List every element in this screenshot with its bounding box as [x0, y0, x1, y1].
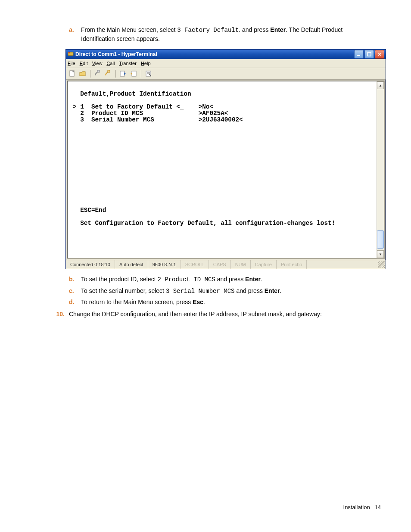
page-footer: Installation 14: [343, 504, 381, 510]
close-button[interactable]: [375, 50, 384, 59]
svg-rect-11: [147, 73, 150, 74]
status-capture: Capture: [251, 260, 277, 269]
send-icon[interactable]: [119, 70, 127, 78]
step-c: c. To set the serial number, select 3 Se…: [69, 287, 377, 296]
menu-help[interactable]: Help: [141, 61, 151, 66]
footer-label: Installation: [343, 504, 370, 510]
step-c-marker: c.: [69, 287, 81, 296]
step-10-number: 10.: [51, 310, 69, 319]
scrollbar[interactable]: ▲ ▼: [377, 81, 384, 258]
step-10-text: Change the DHCP configuration, and then …: [69, 310, 377, 319]
connect-icon[interactable]: [94, 70, 102, 78]
window-titlebar: Direct to Comm1 - HyperTerminal: [66, 50, 386, 59]
status-bar: Connected 0:18:10 Auto detect 9600 8-N-1…: [66, 260, 386, 269]
svg-rect-5: [97, 70, 100, 72]
svg-rect-7: [120, 71, 125, 76]
svg-point-1: [68, 52, 70, 53]
receive-icon[interactable]: [130, 70, 137, 78]
scroll-up-button[interactable]: ▲: [377, 81, 384, 89]
menu-transfer[interactable]: Transfer: [119, 61, 137, 66]
menu-file[interactable]: File: [68, 61, 75, 66]
menu-edit[interactable]: Edit: [80, 61, 88, 66]
menu-view[interactable]: View: [92, 61, 103, 66]
toolbar: [66, 68, 386, 80]
status-scroll: SCROLL: [181, 260, 209, 269]
status-num: NUM: [231, 260, 251, 269]
svg-rect-2: [357, 55, 360, 56]
scroll-thumb[interactable]: [377, 230, 384, 249]
disconnect-icon[interactable]: [104, 70, 112, 78]
menu-call[interactable]: Call: [106, 61, 115, 66]
minimize-button[interactable]: [354, 50, 364, 59]
step-b-text: To set the product ID, select 2 Product …: [81, 275, 377, 284]
hyperterminal-window: Direct to Comm1 - HyperTerminal File: [65, 49, 386, 269]
open-icon[interactable]: [79, 70, 87, 78]
status-autodetect: Auto detect: [115, 260, 148, 269]
step-b: b. To set the product ID, select 2 Produ…: [69, 275, 377, 284]
terminal-area: Default,Product Identification > 1 Set t…: [67, 81, 385, 259]
step-a: a. From the Main Menu screen, select 3 F…: [69, 26, 377, 43]
status-baud: 9600 8-N-1: [148, 260, 181, 269]
step-a-text: From the Main Menu screen, select 3 Fact…: [81, 26, 377, 43]
properties-icon[interactable]: [145, 70, 153, 78]
menu-bar: File Edit View Call Transfer Help: [66, 59, 386, 68]
status-caps: CAPS: [209, 260, 231, 269]
step-a-marker: a.: [69, 26, 81, 34]
scroll-down-button[interactable]: ▼: [377, 250, 384, 258]
footer-page: 14: [375, 504, 381, 510]
step-d-text: To return to the Main Menu screen, press…: [81, 298, 377, 307]
toolbar-separator: [141, 70, 141, 78]
scroll-track[interactable]: [377, 89, 384, 250]
step-b-marker: b.: [69, 275, 81, 284]
resize-grip-icon[interactable]: [378, 261, 385, 268]
toolbar-separator: [115, 70, 116, 78]
step-d-marker: d.: [69, 298, 81, 307]
step-c-text: To set the serial number, select 3 Seria…: [81, 287, 377, 296]
toolbar-separator: [90, 70, 90, 78]
step-10: 10. Change the DHCP configuration, and t…: [51, 310, 377, 319]
svg-rect-8: [132, 71, 136, 76]
step-d: d. To return to the Main Menu screen, pr…: [69, 298, 377, 307]
status-connected: Connected 0:18:10: [66, 260, 115, 269]
svg-rect-10: [147, 72, 150, 73]
terminal-output: Default,Product Identification > 1 Set t…: [68, 81, 377, 258]
new-icon[interactable]: [68, 70, 76, 78]
app-icon: [68, 51, 74, 58]
status-printecho: Print echo: [277, 260, 307, 269]
maximize-button[interactable]: [364, 50, 374, 59]
svg-rect-3: [367, 53, 371, 56]
window-title: Direct to Comm1 - HyperTerminal: [75, 51, 157, 57]
svg-rect-6: [108, 70, 110, 72]
